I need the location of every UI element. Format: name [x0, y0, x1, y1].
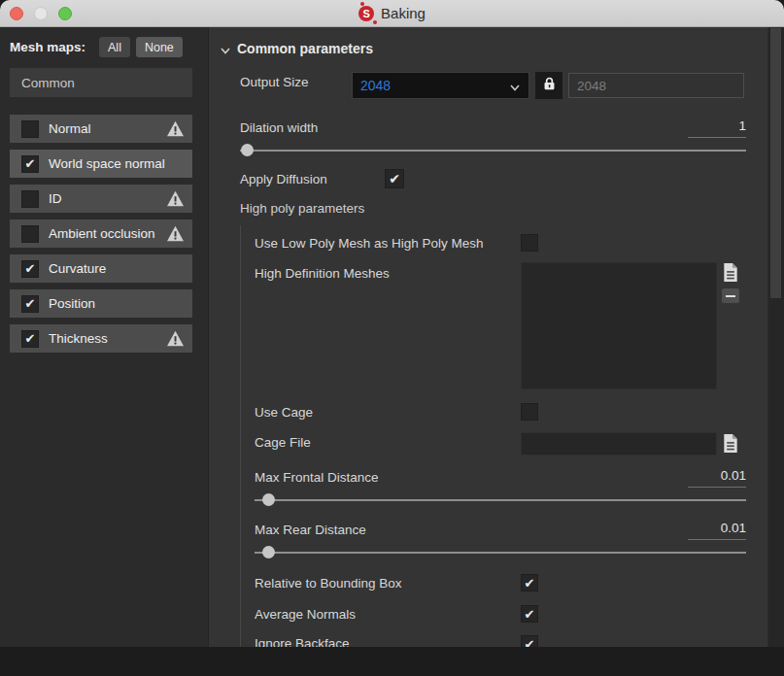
mesh-maps-sidebar: Mesh maps: All None Common Normal World …: [0, 27, 209, 647]
max-rear-distance-slider[interactable]: [255, 546, 746, 558]
apply-diffusion-label: Apply Diffusion: [240, 172, 327, 186]
relative-to-bounding-box-checkbox[interactable]: [521, 574, 538, 592]
use-cage-checkbox[interactable]: [521, 403, 538, 421]
cage-file-label: Cage File: [255, 435, 311, 450]
browse-cage-file-button[interactable]: [722, 433, 739, 456]
zoom-button[interactable]: [58, 7, 72, 20]
title-group: S Baking: [358, 5, 426, 21]
remove-mesh-button[interactable]: [722, 288, 739, 303]
high-definition-meshes-label: High Definition Meshes: [255, 266, 390, 281]
high-definition-meshes-list[interactable]: [521, 262, 717, 389]
mesh-map-row-curvature[interactable]: Curvature: [10, 254, 192, 283]
max-rear-distance-label: Max Rear Distance: [255, 523, 366, 537]
slider-track: [240, 150, 746, 152]
slider-handle[interactable]: [262, 546, 275, 558]
vertical-scrollbar[interactable]: [767, 27, 784, 647]
mesh-map-row-thickness[interactable]: Thickness: [10, 324, 192, 353]
warning-icon: [166, 190, 185, 207]
max-rear-distance-value[interactable]: 0.01: [688, 521, 746, 540]
mesh-map-list: Normal World space normal ID Ambient occ…: [10, 115, 192, 359]
preset-item-common[interactable]: Common: [10, 68, 192, 97]
mesh-map-row-ambient-occlusion[interactable]: Ambient occlusion: [10, 220, 192, 248]
file-icon: [722, 271, 739, 286]
group-indent-line: [240, 225, 241, 647]
checkbox[interactable]: [21, 260, 39, 278]
slider-track: [255, 552, 746, 554]
ignore-backface-checkbox[interactable]: [521, 635, 538, 647]
checkbox[interactable]: [21, 295, 39, 313]
mesh-map-label: Normal: [49, 121, 166, 136]
mesh-map-label: Thickness: [49, 331, 166, 346]
mesh-map-row-world-space-normal[interactable]: World space normal: [10, 150, 192, 178]
select-none-button[interactable]: None: [136, 37, 183, 57]
mesh-map-label: Curvature: [49, 261, 185, 276]
add-mesh-file-button[interactable]: [722, 262, 739, 286]
checkbox[interactable]: [21, 120, 39, 138]
warning-icon: [166, 225, 185, 242]
common-parameters-section-header[interactable]: Common parameters: [220, 41, 373, 56]
window-controls: [10, 7, 72, 20]
dilation-width-value[interactable]: 1: [688, 118, 746, 138]
average-normals-checkbox[interactable]: [521, 605, 538, 623]
dilation-width-label: Dilation width: [240, 120, 318, 135]
use-cage-label: Use Cage: [255, 405, 313, 420]
select-all-button[interactable]: All: [99, 37, 130, 57]
close-button[interactable]: [10, 7, 23, 20]
output-size-value: 2048: [360, 78, 509, 93]
high-poly-parameters-label: High poly parameters: [240, 201, 364, 216]
slider-handle[interactable]: [262, 493, 275, 506]
lock-icon: [541, 76, 558, 95]
max-frontal-distance-value[interactable]: 0.01: [688, 468, 746, 488]
warning-icon: [166, 120, 185, 137]
window-title: Baking: [381, 5, 426, 21]
use-low-poly-label: Use Low Poly Mesh as High Poly Mesh: [255, 236, 484, 251]
mesh-maps-label: Mesh maps:: [10, 40, 85, 54]
output-size-dropdown[interactable]: 2048: [352, 72, 529, 99]
substance-painter-logo-icon: S: [358, 6, 374, 21]
chevron-down-icon: [220, 43, 231, 54]
parameters-panel: Common parameters Output Size 2048 Dilat…: [209, 27, 767, 647]
slider-track: [255, 499, 746, 501]
mesh-map-label: World space normal: [49, 156, 185, 171]
title-bar[interactable]: S Baking: [0, 0, 784, 27]
checkbox[interactable]: [21, 225, 39, 243]
mesh-map-row-id[interactable]: ID: [10, 185, 192, 213]
file-icon: [722, 442, 739, 456]
section-title: Common parameters: [237, 41, 373, 56]
mesh-map-label: ID: [49, 191, 166, 206]
mesh-map-label: Ambient occlusion: [49, 226, 166, 241]
mesh-map-row-normal[interactable]: Normal: [10, 115, 192, 143]
minimize-button[interactable]: [34, 7, 48, 20]
output-size-linked-input[interactable]: [568, 73, 744, 98]
cage-file-input[interactable]: [521, 432, 717, 456]
chevron-down-icon: [509, 80, 521, 91]
max-frontal-distance-slider[interactable]: [255, 493, 746, 506]
checkbox[interactable]: [21, 190, 39, 208]
output-size-label: Output Size: [240, 75, 309, 89]
mesh-map-label: Position: [49, 296, 185, 311]
baking-dialog-window: S Baking Mesh maps: All None Common Norm…: [0, 0, 784, 647]
mesh-map-row-position[interactable]: Position: [10, 289, 192, 318]
checkbox[interactable]: [21, 155, 39, 173]
checkbox[interactable]: [21, 330, 39, 348]
lock-aspect-button[interactable]: [535, 72, 562, 99]
ignore-backface-label: Ignore Backface: [255, 636, 350, 647]
warning-icon: [166, 330, 185, 347]
dilation-width-slider[interactable]: [240, 144, 746, 156]
apply-diffusion-checkbox[interactable]: [385, 169, 404, 188]
use-low-poly-checkbox[interactable]: [521, 234, 538, 252]
scrollbar-thumb[interactable]: [770, 28, 781, 298]
max-frontal-distance-label: Max Frontal Distance: [255, 470, 379, 485]
relative-to-bounding-box-label: Relative to Bounding Box: [255, 576, 402, 591]
slider-handle[interactable]: [241, 144, 254, 156]
average-normals-label: Average Normals: [255, 607, 356, 622]
